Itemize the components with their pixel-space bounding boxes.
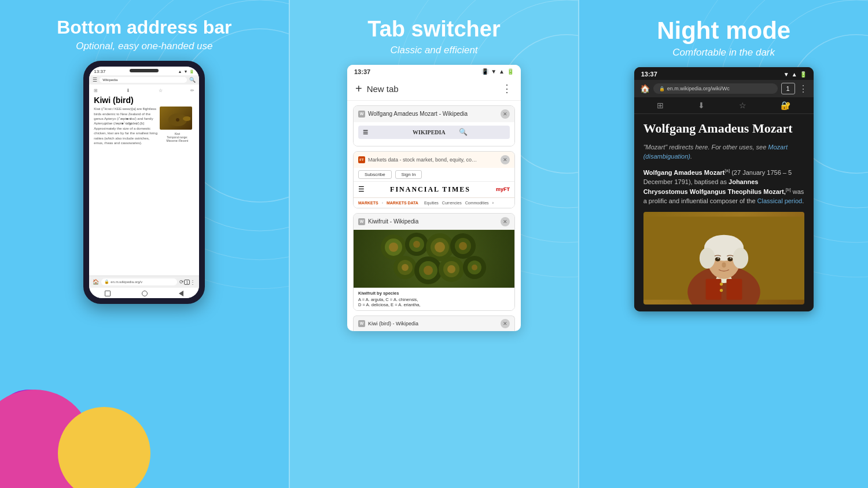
- left-panel-title: Bottom address bar: [57, 17, 231, 38]
- phone-bottom-bar: 🏠 🔒 en.m.wikipedia.org/v ⟳ 1 ⋮: [89, 276, 199, 288]
- wiki-logo-text: WIKIPEDIA: [413, 129, 459, 135]
- night-article-title: Wolfgang Amadeus Mozart: [643, 121, 804, 136]
- svg-point-7: [176, 118, 179, 122]
- ts-header: + New tab ⋮: [347, 78, 521, 101]
- tab-1-title: Wolfgang Amadeus Mozart - Wikipedia: [368, 111, 501, 117]
- kiwi-caption-area: Kiwifruit by species A = A. arguta, C = …: [354, 288, 514, 310]
- tab-1-close-btn[interactable]: ✕: [501, 109, 510, 119]
- ft-tab-content: Subscribe Sign In ☰ FINANCIAL TIMES myFT…: [354, 168, 514, 208]
- ft-tab-card: FT Markets data - stock market, bond, eq…: [353, 151, 515, 208]
- tab-count-icon: 1: [184, 280, 190, 285]
- kiwi-tab-title: Kiwifruit - Wikipedia: [368, 218, 418, 225]
- ft-tab-header: FT Markets data - stock market, bond, eq…: [354, 152, 514, 168]
- phone-screen-left: 13:37 ▲ ▼ 🔋 ☰ Wikipedia 🔍: [89, 67, 199, 298]
- ft-nav-markets-data: MARKETS DATA: [387, 201, 418, 205]
- kiwi-tab-header-left: W Kiwifruit - Wikipedia: [358, 218, 501, 225]
- night-article-quote: "Mozart" redirects here. For other uses,…: [643, 142, 804, 162]
- night-lock-edit-icon: 🔐: [781, 101, 790, 110]
- ts-menu-dots-icon: ⋮: [502, 82, 513, 95]
- kiwi-tab-header: W Kiwifruit - Wikipedia ✕: [354, 214, 514, 230]
- right-panel: Night mode Comfortable in the dark 13:37…: [579, 0, 868, 488]
- phone-status-bar: 13:37 ▲ ▼ 🔋: [89, 67, 199, 75]
- middle-panel-title: Tab switcher: [367, 17, 500, 42]
- night-toolbar: ⊞ ⬇ ☆ 🔐: [634, 97, 814, 114]
- tab-1-favicon: W: [358, 111, 365, 118]
- kiwi-tab-content: Kiwifruit by species A = A. arguta, C = …: [354, 230, 514, 310]
- ft-nav: MARKETS › MARKETS DATA Equities Currenci…: [354, 198, 514, 208]
- ts-time: 13:37: [354, 68, 370, 75]
- phone-nav-bar: [89, 288, 199, 298]
- ft-nav-equities: Equities: [424, 201, 439, 205]
- wiki-name: Wikipedia: [102, 78, 117, 82]
- kiwi-tab-favicon: W: [358, 218, 365, 225]
- edit-icon: ✏: [190, 88, 194, 93]
- kiwi-species-detail: A = A. arguta, C = A. chinensis, D = A. …: [358, 297, 510, 307]
- tab-card-1-header: W Wolfgang Amadeus Mozart - Wikipedia ✕: [354, 106, 514, 122]
- night-mode-screen: 13:37 ▼ ▲ 🔋 🏠 🔒 en.m.wikipedia.org/wiki/…: [634, 67, 814, 311]
- tab-switcher-screen: 13:37 📳 ▼ ▲ 🔋 + New tab ⋮ W Wolfgang Ama…: [347, 65, 521, 331]
- address-text: en.m.wikipedia.org/v: [111, 280, 142, 284]
- mozart-portrait: [643, 212, 804, 304]
- reload-icon: ⟳: [179, 279, 184, 285]
- bottom-tab-close[interactable]: ✕: [501, 319, 510, 328]
- ts-battery-icon: 🔋: [507, 68, 514, 75]
- svg-point-55: [719, 282, 722, 285]
- phone-outer-left: 13:37 ▲ ▼ 🔋 ☰ Wikipedia 🔍: [83, 61, 205, 304]
- download-icon: ⬇: [126, 88, 130, 93]
- translate-icon: ⊞: [94, 88, 98, 93]
- kiwifruit-image: [354, 230, 514, 288]
- ft-hamburger-icon: ☰: [358, 185, 365, 193]
- night-time: 13:37: [641, 71, 657, 78]
- ft-tab-close-btn[interactable]: ✕: [501, 155, 510, 164]
- svg-point-46: [700, 248, 715, 269]
- ts-new-tab: + New tab: [355, 82, 399, 96]
- phone-article-content: ⊞ ⬇ ☆ ✏ Kiwi (bird): [89, 85, 199, 276]
- phone-time: 13:37: [94, 69, 105, 74]
- night-star-icon: ☆: [739, 101, 746, 110]
- menu-dots-icon: ⋮: [190, 279, 196, 285]
- night-status-bar: 13:37 ▼ ▲ 🔋: [634, 67, 814, 80]
- svg-point-35: [472, 265, 477, 270]
- wiki-toolbar: ⊞ ⬇ ☆ ✏: [94, 88, 194, 93]
- hamburger-icon: ☰: [93, 77, 97, 83]
- bottom-address: 🔒 en.m.wikipedia.org/v: [101, 278, 177, 285]
- ft-favicon: FT: [358, 156, 365, 163]
- wiki-search-bar: ☰ WIKIPEDIA 🔍: [358, 126, 510, 139]
- tab-card-1: W Wolfgang Amadeus Mozart - Wikipedia ✕ …: [353, 105, 515, 146]
- ft-subscribe-btn[interactable]: Subscribe: [358, 170, 392, 179]
- night-address-text: en.m.wikipedia.org/wiki/Wc: [667, 86, 730, 91]
- night-tab-count-box: 1: [781, 83, 795, 94]
- right-panel-subtitle: Comfortable in the dark: [672, 47, 775, 58]
- article-title: Kiwi (bird): [94, 96, 194, 105]
- ft-nav-markets: MARKETS: [358, 201, 378, 205]
- night-download-icon: ⬇: [698, 101, 705, 110]
- svg-point-26: [402, 264, 409, 271]
- bottom-partial-tab: W Kiwi (bird) - Wikipedia ✕: [353, 315, 515, 331]
- ts-plus-icon: +: [355, 82, 362, 96]
- ts-new-tab-label: New tab: [367, 84, 399, 94]
- night-battery-icon: 🔋: [800, 71, 807, 78]
- signal-icon: ▲: [178, 69, 182, 74]
- night-article-body: Wolfgang Amadeus Mozart[a] (27 January 1…: [643, 167, 804, 206]
- kiwi-caption: KiwiTemporal range: Miocene–Recent: [160, 131, 194, 144]
- night-menu-dots-icon: ⋮: [799, 83, 808, 94]
- night-translate-icon: ⊞: [657, 101, 664, 110]
- search-icon: 🔍: [189, 77, 196, 83]
- svg-point-23: [459, 242, 467, 250]
- ft-signin-btn[interactable]: Sign In: [395, 170, 422, 179]
- svg-point-47: [733, 248, 748, 269]
- wiki-search-icon: 🔍: [459, 128, 505, 137]
- ft-subscribe-bar: Subscribe Sign In: [354, 168, 514, 182]
- battery-icon: 🔋: [189, 69, 194, 74]
- ft-logo: FINANCIAL TIMES: [390, 185, 470, 194]
- svg-rect-54: [726, 279, 742, 300]
- kiwi-by-species: Kiwifruit by species: [358, 291, 510, 296]
- wifi-icon: ▼: [183, 69, 187, 74]
- ft-header-content: ☰ FINANCIAL TIMES myFT: [354, 182, 514, 198]
- svg-point-32: [447, 265, 455, 273]
- home-icon: 🏠: [93, 279, 99, 285]
- kiwi-tab-close-btn[interactable]: ✕: [501, 217, 510, 226]
- middle-panel: Tab switcher Classic and efficient 13:37…: [289, 0, 580, 488]
- blob-yellow: [58, 407, 150, 488]
- svg-point-14: [389, 243, 398, 252]
